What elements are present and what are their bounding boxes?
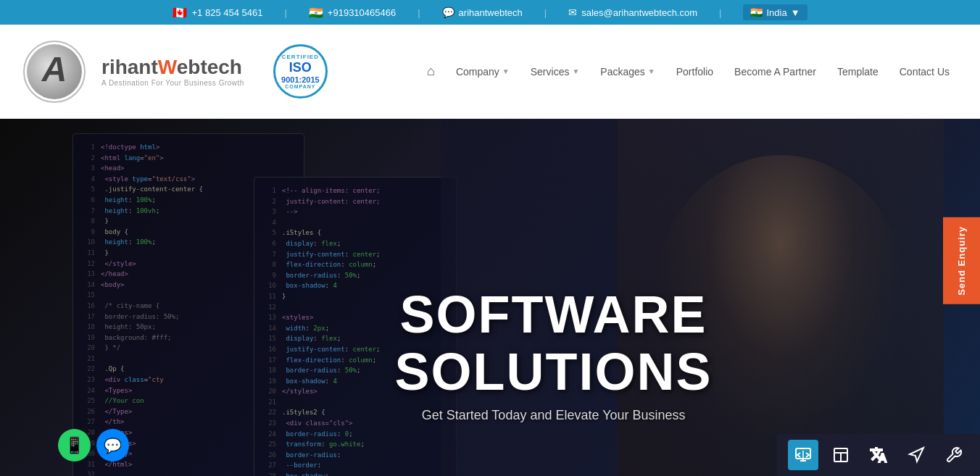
translate-icon — [870, 446, 887, 464]
nav-services-label: Services — [531, 66, 570, 78]
whatsapp-icon: 📱 — [65, 436, 84, 455]
nav-contact-label: Contact Us — [900, 66, 950, 78]
top-bar: 🇨🇦 +1 825 454 5461 | 🇮🇳 +919310465466 | … — [0, 0, 980, 25]
country-dropdown-arrow: ▼ — [791, 7, 800, 18]
phone-ca: +1 825 454 5461 — [191, 7, 262, 18]
phone-in-item[interactable]: 🇮🇳 +919310465466 — [309, 6, 396, 20]
services-dropdown-arrow: ▼ — [572, 67, 579, 75]
iso-certified-label: CERTIFIED — [282, 54, 319, 60]
monitor-code-icon — [794, 446, 812, 464]
nav-home-button[interactable]: ⌂ — [418, 58, 444, 85]
nav-company[interactable]: Company ▼ — [447, 60, 518, 83]
iso-year: 9001:2015 — [281, 75, 320, 84]
home-icon: ⌂ — [427, 64, 435, 79]
hero-title-line2: SOLUTIONS — [395, 343, 713, 401]
toolbar-layout-button[interactable] — [826, 440, 856, 470]
nav-become-partner-label: Become A Partner — [734, 66, 816, 78]
toolbar-monitor-code-button[interactable] — [788, 440, 818, 470]
email-item[interactable]: ✉ sales@arihantwebtech.com — [568, 7, 697, 18]
logo-name: rihantWebtech — [101, 56, 242, 79]
messenger-chat-button[interactable]: 💬 — [96, 429, 129, 462]
iso-company-label: COMPANY — [285, 84, 315, 89]
nav-template[interactable]: Template — [829, 60, 887, 83]
nav-template-label: Template — [837, 66, 879, 78]
send-enquiry-button[interactable]: Send Enquiry — [943, 217, 980, 304]
country-selector[interactable]: 🇮🇳 India ▼ — [743, 4, 807, 20]
messenger-icon: 💬 — [104, 437, 122, 454]
hero-section: 1<!doctype html> 2<html lang="en"> 3<hea… — [0, 119, 980, 476]
email-address: sales@arihantwebtech.com — [581, 7, 697, 18]
nav-contact[interactable]: Contact Us — [891, 60, 958, 83]
company-dropdown-arrow: ▼ — [502, 67, 510, 75]
logo-tagline: A Destination For Your Business Growth — [101, 79, 244, 87]
nav-services[interactable]: Services ▼ — [522, 60, 589, 83]
flag-india-icon-2: 🇮🇳 — [750, 7, 763, 18]
skype-item[interactable]: 💬 arihantwebtech — [442, 7, 523, 18]
phone-ca-item[interactable]: 🇨🇦 +1 825 454 5461 — [173, 6, 262, 20]
nav-become-partner[interactable]: Become A Partner — [726, 60, 825, 83]
hero-title: SOFTWARE SOLUTIONS — [395, 286, 713, 401]
hero-subtitle: Get Started Today and Elevate Your Busin… — [395, 408, 713, 423]
skype-handle: arihantwebtech — [459, 7, 523, 18]
tools-icon — [945, 446, 963, 464]
toolbar-translate-button[interactable] — [863, 440, 894, 470]
phone-in: +919310465466 — [328, 7, 396, 18]
navbar: A rihantWebtech A Destination For Your B… — [0, 25, 980, 119]
nav-portfolio-label: Portfolio — [676, 66, 713, 78]
bottom-toolbar — [777, 434, 980, 476]
nav-company-label: Company — [456, 66, 499, 78]
hero-content: SOFTWARE SOLUTIONS Get Started Today and… — [395, 286, 713, 423]
divider-2: | — [418, 7, 420, 18]
svg-text:A: A — [41, 50, 67, 88]
packages-dropdown-arrow: ▼ — [648, 67, 655, 75]
skype-icon: 💬 — [442, 7, 454, 18]
flag-india-icon-1: 🇮🇳 — [309, 6, 323, 20]
toolbar-megaphone-button[interactable] — [901, 440, 931, 470]
nav-packages-label: Packages — [600, 66, 644, 78]
whatsapp-chat-button[interactable]: 📱 — [58, 429, 91, 462]
logo-text-area: rihantWebtech A Destination For Your Bus… — [101, 56, 244, 87]
chat-buttons: 📱 💬 — [58, 429, 129, 462]
country-name: India — [766, 7, 786, 18]
iso-badge: CERTIFIED ISO 9001:2015 COMPANY — [273, 44, 328, 99]
logo-area: A rihantWebtech A Destination For Your B… — [22, 39, 244, 104]
nav-links: ⌂ Company ▼ Services ▼ Packages ▼ Portfo… — [342, 58, 958, 85]
email-icon: ✉ — [568, 7, 577, 18]
divider-1: | — [284, 7, 286, 18]
send-enquiry-wrapper: Send Enquiry — [943, 217, 980, 304]
hero-title-line1: SOFTWARE — [395, 286, 713, 343]
divider-4: | — [719, 7, 721, 18]
flag-canada-icon: 🇨🇦 — [173, 6, 187, 20]
toolbar-tools-button[interactable] — [939, 440, 969, 470]
logo-circle-svg: A — [22, 39, 87, 104]
iso-standard: ISO — [289, 60, 312, 75]
nav-packages[interactable]: Packages ▼ — [591, 60, 663, 83]
nav-portfolio[interactable]: Portfolio — [668, 60, 722, 83]
divider-3: | — [544, 7, 547, 18]
megaphone-icon — [908, 446, 925, 464]
layout-icon — [832, 446, 850, 464]
